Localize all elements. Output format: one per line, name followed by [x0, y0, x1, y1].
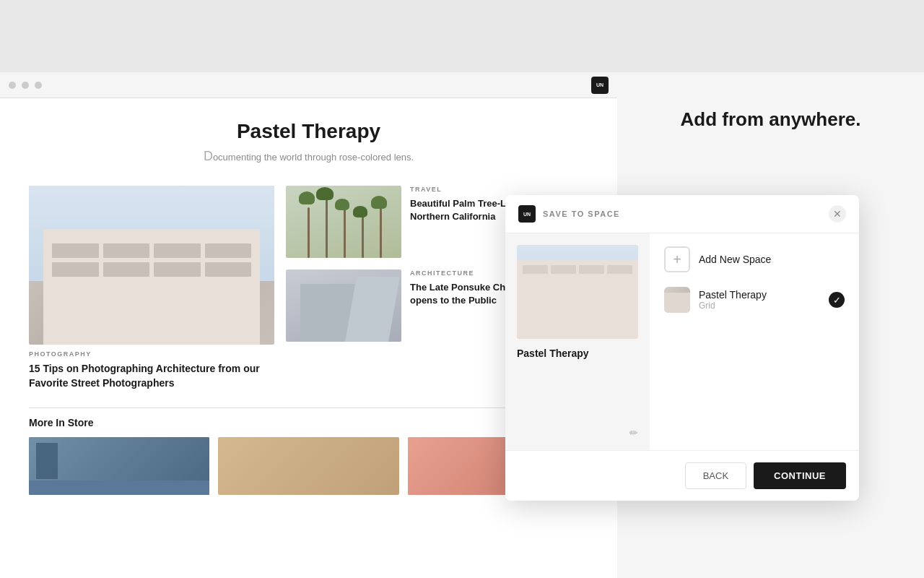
modal-spaces-list: + Add New Space Pastel Therapy Grid ✓ — [650, 233, 859, 450]
article-grid: PHOTOGRAPHY 15 Tips on Photographing Arc… — [29, 186, 588, 390]
space-name: Pastel Therapy — [699, 289, 820, 301]
site-title: Pastel Therapy — [29, 120, 588, 143]
modal-body: Pastel Therapy ✏ + Add New Space Pastel … — [505, 233, 859, 450]
continue-button[interactable]: CONTINUE — [754, 462, 846, 489]
more-grid — [29, 437, 588, 495]
modal-footer: BACK CONTINUE — [505, 450, 859, 501]
more-in-store-title: More In Store — [29, 417, 588, 428]
add-new-icon: + — [664, 246, 690, 272]
architecture-article-image — [286, 269, 401, 342]
door-detail — [36, 443, 58, 479]
window — [154, 243, 201, 258]
palm-trunk-1 — [308, 207, 310, 258]
window — [52, 262, 99, 277]
window — [103, 262, 150, 277]
palm-top-5 — [371, 196, 387, 209]
palm-trunk-2 — [326, 197, 328, 258]
more-item-2 — [218, 437, 398, 495]
article-category: PHOTOGRAPHY — [29, 350, 274, 358]
site-tagline: Documenting the world through rose-color… — [29, 149, 588, 164]
browser-dot-3 — [35, 82, 42, 89]
building-windows — [43, 229, 260, 282]
travel-article-image — [286, 186, 401, 258]
article-main-image — [29, 186, 274, 345]
palm-trunk-4 — [362, 211, 364, 258]
preview-win — [579, 265, 604, 274]
window — [103, 243, 150, 258]
modal-header-title: SAVE TO SPACE — [543, 210, 829, 218]
palm-top-4 — [353, 206, 367, 217]
pastel-therapy-space-item[interactable]: Pastel Therapy Grid ✓ — [655, 280, 853, 320]
palm-top-2 — [316, 187, 334, 200]
article-headline: 15 Tips on Photographing Architecture fr… — [29, 362, 274, 390]
save-to-space-modal: UN SAVE TO SPACE ✕ — [505, 195, 859, 501]
window — [52, 243, 99, 258]
more-item-1 — [29, 437, 209, 495]
modal-close-button[interactable]: ✕ — [829, 205, 846, 223]
palm-top-3 — [335, 199, 349, 210]
preview-win — [523, 265, 548, 274]
preview-win — [607, 265, 632, 274]
back-button[interactable]: BACK — [685, 462, 746, 489]
edit-icon[interactable]: ✏ — [629, 427, 638, 439]
unum-logo-browser: UN — [591, 77, 609, 94]
preview-win — [551, 265, 576, 274]
building-facade — [43, 229, 260, 345]
space-thumbnail — [664, 287, 690, 313]
preview-building — [517, 259, 638, 339]
space-type: Grid — [699, 301, 820, 311]
modal-logo-text: UN — [523, 212, 531, 217]
background — [0, 0, 924, 72]
browser-dot-2 — [22, 82, 29, 89]
add-new-space-label: Add New Space — [699, 254, 771, 265]
add-new-space-item[interactable]: + Add New Space — [655, 239, 853, 280]
browser-toolbar: UN — [0, 72, 617, 98]
more-in-store-section: More In Store — [29, 407, 588, 495]
modal-preview-panel: Pastel Therapy ✏ — [505, 233, 650, 450]
space-thumb-building — [664, 293, 690, 313]
modal-preview-image — [517, 245, 638, 339]
space-selected-check: ✓ — [829, 292, 845, 308]
palm-trunk-5 — [380, 200, 382, 258]
modal-preview-title: Pastel Therapy — [517, 348, 638, 427]
space-item-info: Pastel Therapy Grid — [699, 289, 820, 311]
window — [205, 243, 252, 258]
browser-dot-1 — [9, 82, 16, 89]
window — [205, 262, 252, 277]
palm-top-1 — [299, 191, 315, 204]
modal-unum-logo: UN — [518, 205, 536, 223]
tagline-text: ocumenting the world through rose-colore… — [213, 152, 414, 163]
building-illustration — [29, 215, 274, 345]
palm-trunk-3 — [344, 204, 346, 258]
step-detail — [29, 480, 209, 495]
window — [154, 262, 201, 277]
article-main: PHOTOGRAPHY 15 Tips on Photographing Arc… — [29, 186, 274, 390]
travel-category: TRAVEL — [410, 186, 588, 193]
modal-header: UN SAVE TO SPACE ✕ — [505, 195, 859, 233]
add-from-anywhere-title: Add from anywhere. — [681, 108, 861, 131]
drop-cap: D — [204, 149, 213, 163]
